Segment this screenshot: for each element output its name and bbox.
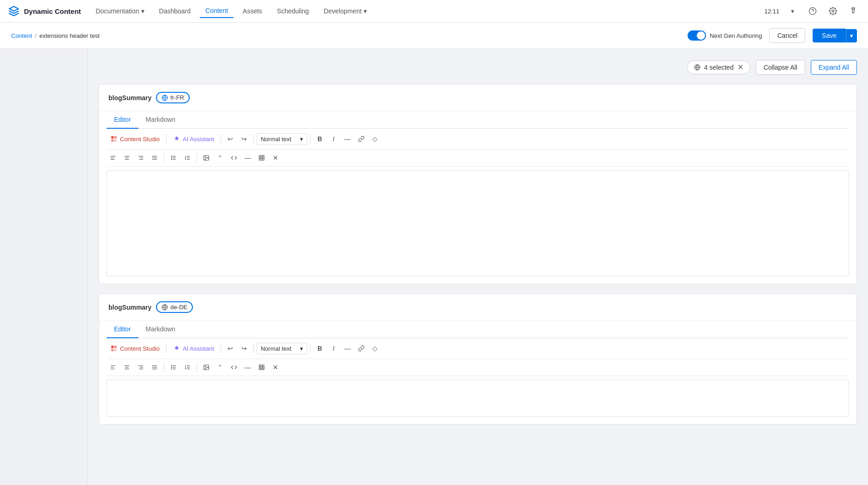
app-logo[interactable] [7, 5, 20, 18]
svg-rect-3 [852, 8, 855, 9]
nav-item-development[interactable]: Development ▾ [318, 5, 372, 18]
hr-button-1[interactable]: — [341, 132, 354, 145]
nav-label-dashboard: Dashboard [159, 7, 191, 15]
nav-label-scheduling: Scheduling [277, 7, 309, 15]
link-button-2[interactable] [355, 342, 368, 355]
main-layout: 4 selected ✕ Collapse All Expand All blo… [0, 49, 868, 485]
tab-editor-1[interactable]: Editor [107, 111, 138, 129]
content-studio-label-1: Content Studio [120, 136, 160, 143]
hr-button-2[interactable]: — [341, 342, 354, 355]
ai-assistant-button-2[interactable]: AI Assistant [169, 343, 218, 354]
locale-badge-de[interactable]: de-DE [156, 301, 193, 313]
code-btn-1[interactable] [227, 151, 240, 164]
ul-btn-1[interactable] [167, 151, 180, 164]
nav-item-scheduling[interactable]: Scheduling [271, 5, 314, 18]
editor-toolbar-row2-2: " — ✕ [107, 359, 849, 376]
code-btn-2[interactable] [227, 361, 240, 374]
table-btn-2[interactable] [255, 361, 268, 374]
content-studio-button-1[interactable]: Content Studio [107, 133, 163, 144]
nav-item-dashboard[interactable]: Dashboard [154, 5, 197, 18]
ai-assistant-label-1: AI Assistant [183, 136, 214, 143]
time-dropdown-icon[interactable]: ▾ [785, 4, 800, 18]
tab-editor-2-label: Editor [114, 325, 131, 333]
align-left-btn-2[interactable] [107, 361, 120, 374]
link-button-1[interactable] [355, 132, 368, 145]
tab-editor-2[interactable]: Editor [107, 321, 138, 338]
nav-label-documentation: Documentation [96, 7, 139, 15]
text-format-select-1[interactable]: Normal text ▾ [257, 133, 307, 145]
next-gen-authoring-toggle[interactable] [688, 30, 706, 41]
quote-btn-2[interactable]: " [214, 361, 227, 374]
save-dropdown-button[interactable]: ▾ [846, 29, 857, 42]
content-studio-button-2[interactable]: Content Studio [107, 343, 163, 354]
tab-markdown-1-label: Markdown [146, 116, 176, 123]
cancel-button[interactable]: Cancel [769, 28, 805, 43]
align-right-btn-2[interactable] [134, 361, 147, 374]
locale-clear-icon[interactable]: ✕ [737, 64, 743, 71]
notifications-icon[interactable] [846, 4, 861, 18]
breadcrumb: Content / extensions header test [11, 32, 100, 39]
image-btn-2[interactable] [200, 361, 213, 374]
editor-tabs-2: Editor Markdown [107, 321, 849, 338]
save-button-wrap: Save ▾ [813, 29, 857, 42]
align-right-btn-1[interactable] [134, 151, 147, 164]
italic-button-1[interactable]: I [327, 132, 340, 145]
undo-button-1[interactable]: ↩ [224, 132, 237, 145]
justify-btn-1[interactable] [148, 151, 161, 164]
text-format-select-2[interactable]: Normal text ▾ [257, 343, 307, 354]
nav-label-development: Development [323, 7, 362, 15]
ol-btn-2[interactable] [181, 361, 194, 374]
editor-body-2[interactable] [107, 380, 849, 417]
svg-point-2 [832, 10, 834, 12]
justify-btn-2[interactable] [148, 361, 161, 374]
nav-item-documentation[interactable]: Documentation ▾ [90, 5, 150, 18]
nav-label-assets: Assets [243, 7, 262, 15]
quote-btn-1[interactable]: " [214, 151, 227, 164]
chevron-down-icon-dev: ▾ [364, 7, 367, 15]
bold-button-2[interactable]: B [313, 342, 326, 355]
editor-tabs-1: Editor Markdown [107, 111, 849, 129]
locale-selector[interactable]: 4 selected ✕ [687, 60, 750, 74]
field-card-1: blogSummary fr-FR Editor Markdown [99, 84, 857, 284]
editor-body-1[interactable] [107, 170, 849, 276]
svg-rect-11 [114, 139, 117, 142]
diamond-button-2[interactable]: ◇ [369, 342, 382, 355]
save-button[interactable]: Save [813, 29, 846, 42]
align-center-btn-2[interactable] [120, 361, 133, 374]
breadcrumb-current: extensions header test [39, 32, 100, 39]
field-name-1: blogSummary [108, 94, 151, 102]
redo-button-1[interactable]: ↪ [238, 132, 251, 145]
field-card-2-header: blogSummary de-DE [99, 294, 856, 321]
settings-icon[interactable] [826, 4, 840, 18]
field-card-1-header: blogSummary fr-FR [99, 84, 856, 111]
help-icon[interactable] [805, 4, 820, 18]
editor-toolbar-1: Content Studio AI Assistant ↩ ↪ Normal [107, 129, 849, 150]
align-center-btn-1[interactable] [120, 151, 133, 164]
diamond-button-1[interactable]: ◇ [369, 132, 382, 145]
align-left-btn-1[interactable] [107, 151, 120, 164]
image-btn-1[interactable] [200, 151, 213, 164]
expand-all-button[interactable]: Expand All [811, 60, 857, 75]
divider-btn-2[interactable]: — [241, 361, 254, 374]
collapse-all-button[interactable]: Collapse All [756, 60, 805, 75]
table-btn-1[interactable] [255, 151, 268, 164]
clear-format-btn-2[interactable]: ✕ [269, 361, 282, 374]
bold-button-1[interactable]: B [313, 132, 326, 145]
nav-item-assets[interactable]: Assets [237, 5, 268, 18]
ul-btn-2[interactable] [167, 361, 180, 374]
locale-badge-de-label: de-DE [170, 304, 187, 311]
ai-assistant-button-1[interactable]: AI Assistant [169, 133, 218, 144]
svg-point-34 [205, 156, 206, 157]
ol-btn-1[interactable] [181, 151, 194, 164]
breadcrumb-root[interactable]: Content [11, 32, 32, 39]
redo-button-2[interactable]: ↪ [238, 342, 251, 355]
text-format-label-1: Normal text [261, 136, 291, 143]
locale-badge-fr[interactable]: fr-FR [156, 92, 190, 103]
tab-markdown-2[interactable]: Markdown [138, 321, 183, 338]
undo-button-2[interactable]: ↩ [224, 342, 237, 355]
italic-button-2[interactable]: I [327, 342, 340, 355]
nav-item-content[interactable]: Content [200, 4, 233, 18]
tab-markdown-1[interactable]: Markdown [138, 111, 183, 129]
divider-btn-1[interactable]: — [241, 151, 254, 164]
clear-format-btn-1[interactable]: ✕ [269, 151, 282, 164]
